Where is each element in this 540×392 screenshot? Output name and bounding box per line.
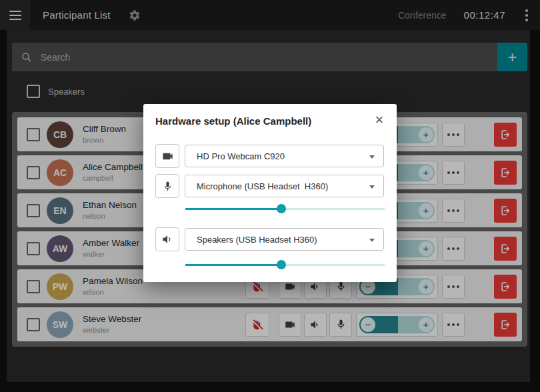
hardware-setup-dialog: Hardware setup (Alice Campbell) × HD Pro…	[143, 104, 397, 282]
mic-icon	[162, 181, 173, 192]
slider-thumb[interactable]	[277, 204, 286, 213]
chevron-down-icon	[369, 155, 375, 159]
close-icon: ×	[375, 113, 384, 127]
speaker-icon	[161, 233, 173, 245]
mic-device-select[interactable]: Microphone (USB Headset H360)	[185, 175, 384, 197]
dialog-title: Hardware setup (Alice Campbell)	[155, 115, 311, 127]
chevron-down-icon	[369, 239, 375, 242]
mic-device-value: Microphone (USB Headset H360)	[197, 181, 328, 191]
camera-icon	[161, 150, 174, 163]
mic-device-button[interactable]	[155, 174, 179, 198]
camera-device-button[interactable]	[155, 144, 179, 168]
slider-thumb[interactable]	[277, 260, 286, 269]
speaker-device-value: Speakers (USB Headset H360)	[197, 235, 317, 245]
speaker-device-button[interactable]	[155, 227, 179, 251]
mic-volume-slider[interactable]	[185, 204, 385, 213]
chevron-down-icon	[369, 185, 375, 189]
camera-device-select[interactable]: HD Pro Webcam C920	[185, 145, 384, 167]
camera-device-value: HD Pro Webcam C920	[197, 151, 285, 161]
speaker-volume-slider[interactable]	[185, 260, 385, 269]
speaker-device-select[interactable]: Speakers (USB Headset H360)	[185, 228, 384, 251]
close-button[interactable]: ×	[371, 112, 387, 128]
